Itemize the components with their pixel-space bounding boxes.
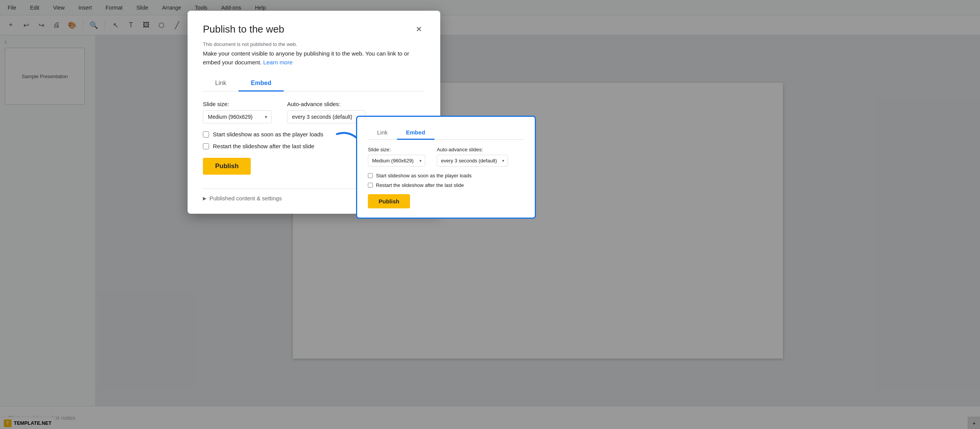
highlight-slide-size-group: Slide size: Medium (960x629) Small (480x…	[368, 147, 425, 167]
auto-advance-label: Auto-advance slides:	[287, 101, 365, 107]
dialog-header: Publish to the web ✕	[203, 23, 425, 35]
dialog-tabs: Link Embed	[203, 76, 425, 92]
highlight-restart-checkbox[interactable]	[368, 183, 373, 188]
highlight-auto-advance-select[interactable]: every 3 seconds (default) every 5 second…	[437, 155, 508, 167]
learn-more-link[interactable]: Learn more	[263, 59, 293, 65]
highlight-slide-size-select[interactable]: Medium (960x629) Small (480x299) Large (…	[368, 155, 425, 167]
checkbox-1-label: Start slideshow as soon as the player lo…	[213, 131, 323, 138]
highlight-checkbox-2-label: Restart the slideshow after the last sli…	[376, 182, 464, 188]
auto-advance-group: Auto-advance slides: every 3 seconds (de…	[287, 101, 365, 123]
highlight-tab-link[interactable]: Link	[368, 126, 397, 140]
published-content-label: Published content & settings	[209, 195, 282, 201]
dialog-description: Make your content visible to anyone by p…	[203, 49, 425, 67]
auto-advance-select[interactable]: every 3 seconds (default) every 5 second…	[287, 110, 365, 123]
checkbox-2-label: Restart the slideshow after the last sli…	[213, 143, 314, 149]
slide-size-select[interactable]: Medium (960x629) Small (480x299) Large (…	[203, 110, 272, 123]
expand-icon: ▶	[203, 196, 206, 201]
highlight-tabs: Link Embed	[368, 126, 524, 140]
highlight-box: Link Embed Slide size: Medium (960x629) …	[356, 116, 536, 219]
highlight-slide-size-label: Slide size:	[368, 147, 425, 152]
slide-size-select-wrapper: Medium (960x629) Small (480x299) Large (…	[203, 110, 272, 123]
highlight-checkbox-1-label: Start slideshow as soon as the player lo…	[376, 173, 472, 178]
publish-button[interactable]: Publish	[203, 158, 251, 175]
highlight-slide-size-wrapper: Medium (960x629) Small (480x299) Large (…	[368, 155, 425, 167]
slide-size-group: Slide size: Medium (960x629) Small (480x…	[203, 101, 272, 123]
autoplay-checkbox[interactable]	[203, 131, 209, 138]
highlight-publish-button[interactable]: Publish	[368, 194, 410, 208]
highlight-checkbox-row-1: Start slideshow as soon as the player lo…	[368, 173, 524, 178]
close-button[interactable]: ✕	[413, 23, 425, 35]
highlight-tab-embed[interactable]: Embed	[397, 126, 434, 140]
auto-advance-select-wrapper: every 3 seconds (default) every 5 second…	[287, 110, 365, 123]
tab-link[interactable]: Link	[203, 76, 238, 92]
highlight-auto-advance-group: Auto-advance slides: every 3 seconds (de…	[437, 147, 508, 167]
highlight-form-row: Slide size: Medium (960x629) Small (480x…	[368, 147, 524, 167]
highlight-auto-advance-wrapper: every 3 seconds (default) every 5 second…	[437, 155, 508, 167]
highlight-autoplay-checkbox[interactable]	[368, 173, 373, 178]
restart-checkbox[interactable]	[203, 143, 209, 149]
dialog-subtitle: This document is not published to the we…	[203, 41, 425, 47]
highlight-auto-advance-label: Auto-advance slides:	[437, 147, 508, 152]
highlight-checkbox-row-2: Restart the slideshow after the last sli…	[368, 182, 524, 188]
dialog-title: Publish to the web	[203, 23, 284, 35]
slide-size-label: Slide size:	[203, 101, 272, 107]
tab-embed[interactable]: Embed	[238, 76, 283, 92]
